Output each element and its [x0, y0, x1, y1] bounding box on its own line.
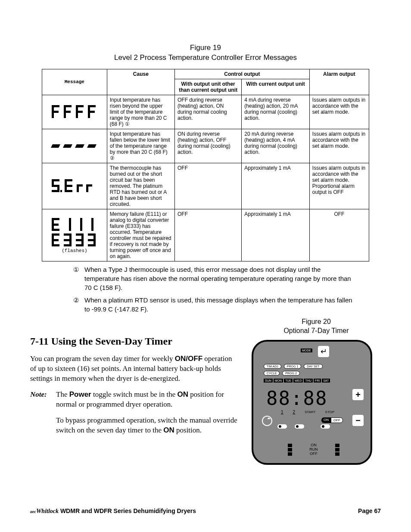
knob-1[interactable] [277, 424, 287, 429]
figure-19-title: Level 2 Process Temperature Controller E… [114, 53, 297, 62]
seven-seg-serr-icon [51, 178, 98, 194]
footer-title: WDMR and WDFR Series Dehumidifying Dryer… [59, 507, 196, 514]
seven-seg-e111-icon [51, 217, 98, 233]
day-fri: FRI [314, 379, 321, 383]
label-1: 1 [281, 410, 283, 414]
day-set-button[interactable]: DAY SET [304, 364, 322, 369]
svg-rect-33 [52, 229, 59, 231]
alarm-cell: Issues alarm outputs in accordance with … [309, 129, 369, 163]
seven-seg-dashes-icon [51, 142, 98, 150]
co-current-cell: Approximately 1 mA [242, 209, 309, 261]
day-row: SUN MON TUE WED THU FRI SAT [264, 379, 330, 383]
prog2-button[interactable]: PROG 2 [282, 371, 299, 376]
svg-rect-25 [65, 190, 72, 192]
figure-20-num: Figure 20 [302, 318, 331, 325]
day-thu: THU [304, 379, 312, 383]
svg-rect-29 [86, 184, 88, 192]
timer-device: MODE ↵ TIM ADJ PROG 1 DAY SET CYCLE PROG… [252, 340, 372, 465]
svg-rect-44 [64, 244, 72, 246]
plus-button[interactable]: + [352, 389, 364, 400]
co-other-cell: OFF [175, 163, 242, 209]
enter-icon: ↵ [321, 347, 327, 356]
svg-rect-43 [64, 239, 72, 241]
brand-name: Whitlock [36, 508, 59, 514]
alarm-cell: Issues alarm outputs in accordance with … [309, 95, 369, 129]
co-other-cell: OFF during reverse (heating) action, ON … [175, 95, 242, 129]
mode-label: MODE [301, 348, 312, 352]
th-co-other: With output unit other than current outp… [175, 79, 242, 95]
section-note: Note: The Power toggle switch must be in… [30, 390, 239, 410]
seven-seg-e333-icon [51, 233, 98, 248]
knob-2[interactable] [295, 424, 304, 429]
svg-rect-2 [52, 111, 59, 113]
reset-button[interactable] [262, 416, 272, 426]
cycle-button[interactable]: CYCLE [264, 371, 280, 376]
svg-rect-8 [76, 111, 83, 113]
svg-rect-27 [77, 184, 79, 192]
svg-rect-48 [76, 244, 84, 246]
cause-cell: Input temperature has fallen below the l… [107, 129, 174, 163]
override-switch[interactable]: ON RUN OFF [288, 443, 339, 456]
on-pill: ON [321, 417, 331, 423]
svg-rect-39 [52, 239, 59, 241]
figure-20-label: Figure 20 Optional 7-Day Timer [252, 317, 381, 336]
prog1-button[interactable]: PROG 1 [284, 364, 301, 369]
section-heading: 7-11 Using the Seven-Day Timer [30, 334, 239, 348]
day-sat: SAT [322, 379, 330, 383]
msg-serr [42, 163, 107, 209]
lcd-display: 88:88 [266, 387, 327, 409]
seven-seg-ffff-icon [51, 104, 98, 120]
section-p3: To bypass programmed operation, switch t… [56, 416, 239, 436]
co-current-cell: 4 mA during reverse (heating) action, 20… [242, 95, 309, 129]
page-number: Page 67 [358, 507, 381, 515]
flashes-label: (flashes) [62, 248, 87, 253]
cause-cell: Input temperature has risen beyond the u… [107, 95, 174, 129]
page-footer: aecWhitlock WDMR and WDFR Series Dehumid… [30, 507, 381, 515]
tim-adj-button[interactable]: TIM ADJ [264, 364, 281, 369]
svg-rect-36 [91, 218, 93, 231]
enter-button[interactable]: ↵ [318, 346, 329, 357]
th-co-current: With current output unit [242, 79, 309, 95]
svg-rect-47 [76, 239, 84, 241]
table-row: Input temperature has fallen below the l… [42, 129, 369, 163]
label-2: 2 [293, 410, 296, 414]
table-row: (flashes) Memory failure (E111) or analo… [42, 209, 369, 261]
co-other-cell: ON during reverse (heating) action, OFF … [175, 129, 242, 163]
msg-ffff [42, 95, 107, 129]
off-pill: OFF [331, 417, 343, 423]
table-row: The thermocouple has burned out or the s… [42, 163, 369, 209]
figure-19-label: Figure 19 Level 2 Process Temperature Co… [30, 43, 381, 63]
svg-rect-51 [88, 239, 96, 241]
day-wed: WED [293, 379, 303, 383]
th-alarm: Alarm output [309, 69, 369, 95]
minus-button[interactable]: − [352, 415, 364, 426]
th-control-output: Control output [175, 69, 310, 79]
svg-marker-13 [63, 144, 72, 148]
svg-rect-20 [52, 190, 59, 192]
co-other-cell: OFF [175, 209, 242, 261]
sw-off: OFF [309, 452, 318, 456]
brand-prefix: aec [30, 509, 36, 514]
onoff-indicator: ON OFF [321, 417, 343, 423]
svg-rect-35 [80, 218, 82, 231]
day-sun: SUN [264, 379, 273, 383]
svg-marker-15 [87, 144, 97, 148]
svg-rect-52 [88, 244, 96, 246]
alarm-cell: Issues alarm outputs in accordance with … [309, 163, 369, 209]
co-current-cell: 20 mA during reverse (heating) action, 4… [242, 129, 309, 163]
co-current-cell: Approximately 1 mA [242, 163, 309, 209]
figure-20-title: Optional 7-Day Timer [283, 327, 349, 334]
knob-onoff[interactable] [321, 424, 330, 429]
svg-rect-24 [65, 185, 72, 187]
svg-rect-40 [52, 244, 59, 246]
table-row: Input temperature has risen beyond the u… [42, 95, 369, 129]
cause-cell: Memory failure (E111) or analog to digit… [107, 209, 174, 261]
footer-left: aecWhitlock WDMR and WDFR Series Dehumid… [30, 507, 196, 515]
svg-marker-12 [51, 144, 60, 148]
svg-rect-5 [64, 111, 71, 113]
alarm-cell: OFF [309, 209, 369, 261]
figure-19-num: Figure 19 [190, 44, 221, 52]
labels-row: 1 2 START STOP [281, 410, 334, 414]
label-stop: STOP [325, 410, 335, 414]
cause-cell: The thermocouple has burned out or the s… [107, 163, 174, 209]
